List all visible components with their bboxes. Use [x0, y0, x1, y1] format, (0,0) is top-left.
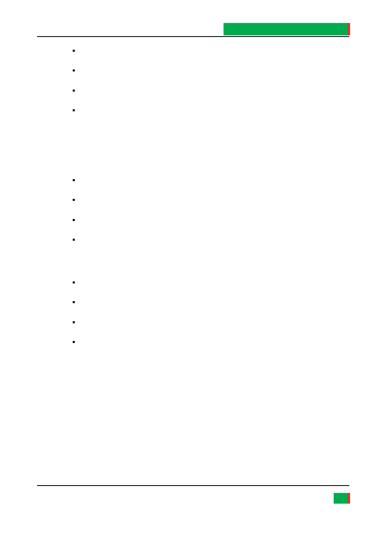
list-item: placeholder line text	[68, 216, 347, 225]
bullet-group-1: placeholder line text placeholder line t…	[68, 47, 347, 115]
header-rule	[37, 36, 349, 37]
list-item: placeholder line text	[68, 107, 347, 115]
footer-page-block	[334, 493, 348, 504]
list-item: placeholder line text	[68, 87, 347, 95]
footer-page-edge	[348, 493, 350, 504]
list-item: placeholder line text	[68, 299, 347, 307]
bullet-group-3: placeholder line text placeholder line t…	[68, 279, 347, 347]
section-gap	[68, 256, 347, 279]
list-item: placeholder line text	[68, 236, 347, 244]
footer-rule	[37, 485, 349, 486]
header-title-block	[224, 23, 348, 35]
page: placeholder line text placeholder line t…	[0, 0, 392, 555]
header-title-edge	[348, 23, 350, 35]
list-item: placeholder line text that is a bit long…	[68, 196, 347, 205]
list-item: placeholder line text	[68, 177, 347, 185]
list-item: placeholder line text that is a bit long…	[68, 67, 347, 75]
list-item: placeholder line text	[68, 47, 347, 55]
list-item: placeholder line text that is a bit long…	[68, 319, 347, 327]
bullet-group-2: placeholder line text placeholder line t…	[68, 177, 347, 244]
list-item: placeholder line text	[68, 279, 347, 287]
content-area: placeholder line text placeholder line t…	[68, 47, 347, 358]
section-gap	[68, 127, 347, 177]
list-item: placeholder line text	[68, 339, 347, 347]
